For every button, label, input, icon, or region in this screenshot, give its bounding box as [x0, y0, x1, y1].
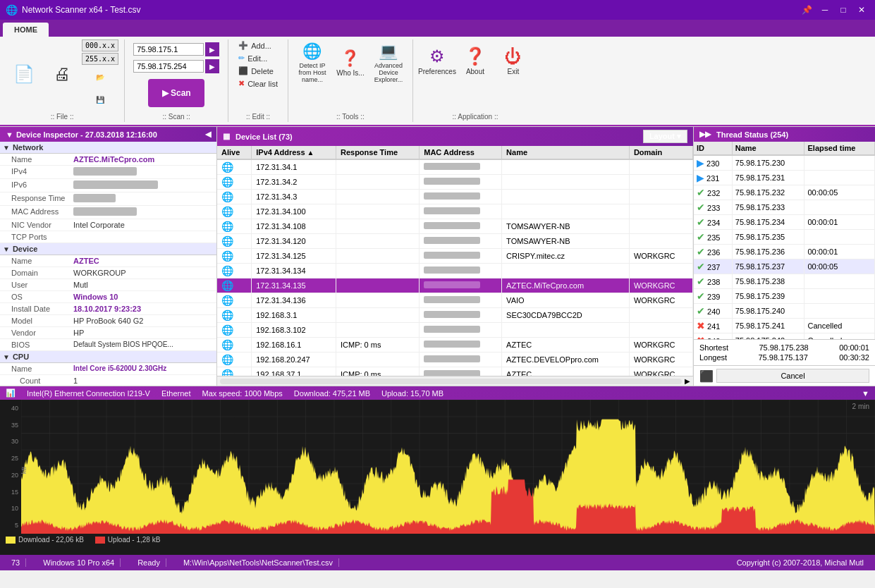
col-elapsed[interactable]: Elapsed time — [804, 142, 875, 155]
table-row[interactable]: 🌐172.31.34.125CRISPY.mitec.czWORKGRC — [217, 249, 693, 264]
cell-thread-status: ✔ 234 — [694, 215, 732, 230]
delete-button[interactable]: ⬛ Delete — [234, 65, 282, 77]
new-button[interactable]: 📄 — [6, 54, 42, 96]
network-expand[interactable]: ▼ — [3, 144, 10, 152]
list-item[interactable]: ✔ 238 75.98.175.238 — [694, 274, 875, 289]
val-nic: Intel Corporate — [71, 219, 216, 231]
col-name[interactable]: Name — [502, 146, 630, 159]
list-item[interactable]: ✔ 233 75.98.175.233 — [694, 200, 875, 215]
minimize-button[interactable]: ─ — [817, 2, 833, 18]
table-row[interactable]: 🌐172.31.34.135AZTEC.MiTeCpro.comWORKGRC — [217, 278, 693, 293]
scan-to-input[interactable] — [133, 60, 204, 73]
delete-icon: ⬛ — [238, 66, 248, 75]
cell-alive: 🌐 — [217, 219, 252, 234]
add-button[interactable]: ➕ Add... — [234, 39, 282, 51]
list-item[interactable]: ✔ 232 75.98.175.232 00:00:05 — [694, 185, 875, 200]
list-item[interactable]: ✖ 241 75.98.175.241 Cancelled — [694, 319, 875, 333]
cell-elapsed — [804, 274, 875, 289]
cell-alive: 🌐 — [217, 338, 252, 353]
col-alive[interactable]: Alive — [217, 146, 252, 159]
tab-home[interactable]: HOME — [3, 23, 49, 37]
advanced-device-button[interactable]: 💻 Advanced Device Explorer... — [370, 39, 407, 86]
table-row[interactable]: 🌐172.31.34.1 — [217, 159, 693, 175]
status-path: M:\Win\Apps\NetTools\NetScanner\Test.csv — [178, 558, 339, 567]
table-row[interactable]: 🌐172.31.34.100 — [217, 204, 693, 219]
exit-button[interactable]: ⏻ Exit — [495, 39, 532, 82]
close-button[interactable]: ✕ — [854, 2, 869, 18]
save-icon: 💾 — [96, 96, 104, 104]
cell-ip: 192.168.3.1 — [252, 308, 336, 323]
table-row[interactable]: 🌐192.168.16.1ICMP: 0 msAZTECWORKGRC — [217, 338, 693, 353]
graph-header: 📊 Intel(R) Ethernet Connection I219-V Et… — [0, 386, 875, 400]
inspector-row-domain: Domain WORKGROUP — [0, 267, 216, 279]
list-item[interactable]: ✔ 239 75.98.175.239 — [694, 289, 875, 304]
table-row[interactable]: 🌐192.168.3.1SEC30CDA79BCC2D — [217, 308, 693, 323]
thread-table-wrap[interactable]: ID Name Elapsed time ▶ 230 75.98.175.230… — [694, 142, 875, 339]
cell-domain — [629, 323, 692, 338]
list-item[interactable]: ✔ 237 75.98.175.237 00:00:05 — [694, 259, 875, 274]
table-row[interactable]: 🌐172.31.34.120TOMSAWYER-NB — [217, 234, 693, 249]
val-os: Windows 10 — [71, 291, 216, 302]
scan-button[interactable]: ▶ Scan — [148, 79, 204, 107]
list-item[interactable]: ✔ 236 75.98.175.236 00:00:01 — [694, 245, 875, 259]
table-row[interactable]: 🌐172.31.34.2 — [217, 175, 693, 190]
collapse-button[interactable]: ◀ — [205, 130, 211, 139]
col-thread-id[interactable]: ID — [694, 142, 732, 155]
col-mac[interactable]: MAC Address — [420, 146, 502, 159]
table-row[interactable]: 🌐172.31.34.134 — [217, 264, 693, 278]
list-item[interactable]: ✔ 240 75.98.175.240 — [694, 304, 875, 319]
layout-button[interactable]: Layout ▾ — [643, 130, 687, 143]
table-row[interactable]: 🌐172.31.34.136VAIOWORKGRC — [217, 293, 693, 308]
device-table-wrap[interactable]: Alive IPv4 Address ▲ Response Time MAC A… — [217, 146, 693, 376]
table-row[interactable]: 🌐172.31.34.108TOMSAWYER-NB — [217, 219, 693, 234]
list-item[interactable]: ▶ 231 75.98.175.231 — [694, 171, 875, 185]
table-row[interactable]: 🌐172.31.34.3 — [217, 190, 693, 204]
cell-mac — [420, 323, 502, 338]
horizontal-scroll[interactable]: ▶ — [217, 376, 693, 386]
device-expand[interactable]: ▼ — [3, 245, 10, 253]
main-area: ▼ Device Inspector - 27.03.2018 12:16:00… — [0, 126, 875, 386]
thread-table-body: ▶ 230 75.98.175.230 ▶ 231 75.98.175.231 … — [694, 155, 875, 339]
thread-status-header: ▶▶ Thread Status (254) — [694, 127, 875, 142]
scan-to-btn[interactable]: ▶ — [205, 59, 219, 73]
cell-thread-status: ▶ 231 — [694, 171, 732, 185]
save-button[interactable]: 💾 — [82, 89, 118, 110]
list-item[interactable]: ✖ 242 75.98.175.242 Cancelled — [694, 333, 875, 340]
shortest-name: 75.98.175.238 — [759, 343, 808, 352]
col-ipv4[interactable]: IPv4 Address ▲ — [252, 146, 336, 159]
open-button[interactable]: 📂 — [82, 66, 118, 87]
collapse-graph-btn[interactable]: ▼ — [862, 389, 869, 398]
pin-button[interactable]: 📌 — [799, 2, 814, 18]
whois-button[interactable]: ❓ Who Is... — [332, 42, 369, 84]
edit-button[interactable]: ✏ Edit... — [234, 52, 282, 64]
key-tcp: TCP Ports — [0, 231, 71, 243]
cpu-expand[interactable]: ▼ — [3, 353, 10, 361]
preferences-button[interactable]: ⚙ Preferences — [419, 39, 455, 82]
cell-thread-status: ✖ 242 — [694, 333, 732, 340]
scan-from-btn[interactable]: ▶ — [205, 42, 219, 56]
table-row[interactable]: 🌐192.168.37.1ICMP: 0 msAZTECWORKGRC — [217, 367, 693, 376]
cell-ip: 172.31.34.125 — [252, 249, 336, 264]
cancel-button[interactable]: Cancel — [716, 369, 869, 383]
table-row[interactable]: 🌐192.168.3.102 — [217, 323, 693, 338]
expand-icon[interactable]: ▼ — [6, 130, 13, 139]
col-thread-name[interactable]: Name — [732, 142, 804, 155]
col-resp[interactable]: Response Time — [336, 146, 419, 159]
scan-from-input[interactable] — [133, 43, 204, 56]
cell-elapsed — [804, 304, 875, 319]
about-button[interactable]: ❓ About — [457, 39, 494, 82]
col-domain[interactable]: Domain — [629, 146, 692, 159]
list-item[interactable]: ✔ 234 75.98.175.234 00:00:01 — [694, 215, 875, 230]
list-item[interactable]: ▶ 230 75.98.175.230 — [694, 155, 875, 171]
detect-ip-button[interactable]: 🌐 Detect IP from Host name... — [294, 39, 331, 86]
clear-list-button[interactable]: ✖ Clear list — [234, 78, 282, 90]
cell-mac — [420, 338, 502, 353]
expand-thread-icon[interactable]: ▶▶ — [699, 130, 711, 139]
val-domain: WORKGROUP — [71, 267, 216, 278]
print-button[interactable]: 🖨 — [44, 54, 80, 96]
val-dev-name: AZTEC — [71, 255, 216, 267]
list-item[interactable]: ✔ 235 75.98.175.235 — [694, 230, 875, 245]
maximize-button[interactable]: □ — [836, 2, 851, 18]
table-row[interactable]: 🌐192.168.20.247AZTEC.DEVELOPpro.comWORKG… — [217, 353, 693, 367]
preferences-icon: ⚙ — [429, 47, 445, 66]
